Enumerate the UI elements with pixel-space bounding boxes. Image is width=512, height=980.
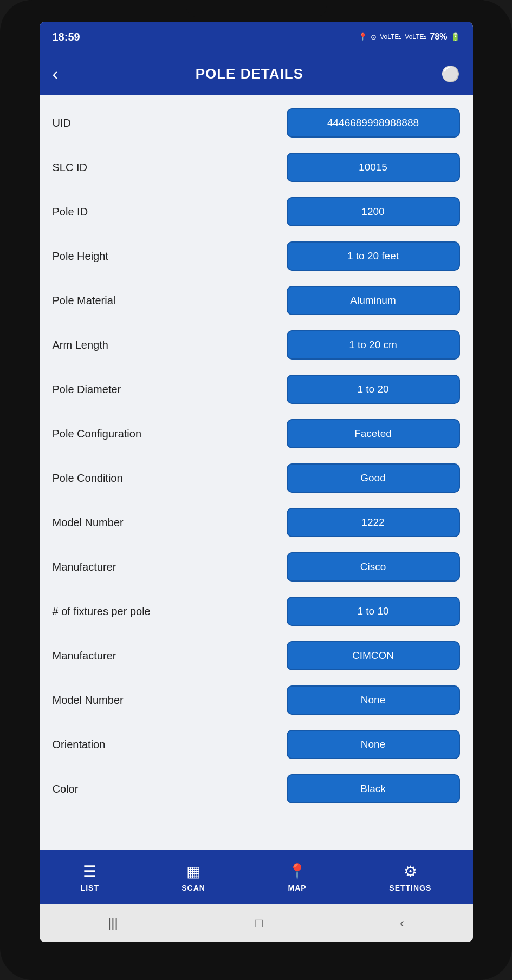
field-label-7: Pole Configuration [53,428,287,440]
field-label-11: # of fixtures per pole [53,605,287,618]
phone-top-bar [0,0,512,22]
status-bar: 18:59 📍 ⊙ VoLTE₁ VoLTE₂ 78% 🔋 [40,22,473,52]
field-value-9[interactable]: 1222 [287,508,460,537]
field-value-10[interactable]: Cisco [287,552,460,582]
search-icon[interactable]: ⚪ [441,65,460,83]
nav-item-scan[interactable]: ▦SCAN [182,863,205,892]
form-row: Model NumberNone [40,678,473,722]
field-value-0[interactable]: 4446689998988888 [287,108,460,138]
field-value-6[interactable]: 1 to 20 [287,375,460,404]
field-value-15[interactable]: Black [287,774,460,803]
field-label-15: Color [53,783,287,795]
field-label-12: Manufacturer [53,650,287,662]
location-icon: 📍 [358,32,367,41]
form-row: Model Number1222 [40,500,473,545]
form-row: Pole Diameter1 to 20 [40,367,473,411]
form-row: SLC ID10015 [40,145,473,190]
scan-icon: ▦ [186,863,200,880]
field-value-1[interactable]: 10015 [287,153,460,182]
form-row: Pole ConfigurationFaceted [40,411,473,456]
back-nav-button[interactable]: ‹ [400,916,404,931]
field-label-2: Pole ID [53,206,287,218]
back-button[interactable]: ‹ [53,64,59,84]
map-icon: 📍 [288,863,307,880]
nav-item-settings[interactable]: ⚙SETTINGS [389,863,431,892]
status-time: 18:59 [53,31,80,43]
scan-label: SCAN [182,884,205,892]
list-icon: ☰ [83,863,96,880]
phone-notch [186,5,327,17]
form-row: Arm Length1 to 20 cm [40,323,473,367]
form-row: Pole ConditionGood [40,456,473,500]
field-value-13[interactable]: None [287,685,460,715]
android-nav: ||| □ ‹ [40,904,473,942]
screen: 18:59 📍 ⊙ VoLTE₁ VoLTE₂ 78% 🔋 ‹ POLE DET… [40,22,473,942]
battery-pct: 78% [430,32,447,42]
form-row: Pole MaterialAluminum [40,278,473,323]
field-value-4[interactable]: Aluminum [287,286,460,315]
field-label-9: Model Number [53,517,287,529]
nav-item-list[interactable]: ☰LIST [81,863,99,892]
field-value-8[interactable]: Good [287,463,460,493]
field-value-7[interactable]: Faceted [287,419,460,448]
settings-icon: ⚙ [404,863,417,880]
list-label: LIST [81,884,99,892]
field-label-6: Pole Diameter [53,383,287,396]
form-row: UID4446689998988888 [40,101,473,145]
bottom-nav: ☰LIST▦SCAN📍MAP⚙SETTINGS [40,850,473,904]
form-row: ManufacturerCIMCON [40,633,473,678]
form-row: # of fixtures per pole1 to 10 [40,589,473,633]
wifi-icon: ⊙ [371,33,377,41]
recent-apps-button[interactable]: ||| [108,916,118,931]
signal-lte1: VoLTE₁ [380,33,401,41]
page-title: POLE DETAILS [196,66,303,82]
battery-icon: 🔋 [451,32,460,41]
form-row: ManufacturerCisco [40,545,473,589]
field-value-12[interactable]: CIMCON [287,641,460,670]
nav-item-map[interactable]: 📍MAP [288,863,307,892]
header: ‹ POLE DETAILS ⚪ [40,52,473,95]
field-value-2[interactable]: 1200 [287,197,460,226]
field-label-10: Manufacturer [53,561,287,573]
home-button[interactable]: □ [255,916,263,931]
field-label-14: Orientation [53,739,287,751]
field-label-5: Arm Length [53,339,287,351]
map-label: MAP [288,884,307,892]
signal-lte2: VoLTE₂ [405,33,426,41]
field-value-3[interactable]: 1 to 20 feet [287,241,460,271]
field-label-4: Pole Material [53,295,287,307]
field-label-1: SLC ID [53,161,287,174]
field-value-14[interactable]: None [287,730,460,759]
form-row: Pole ID1200 [40,190,473,234]
field-label-13: Model Number [53,694,287,707]
form-row: OrientationNone [40,722,473,767]
content-area: UID4446689998988888SLC ID10015Pole ID120… [40,95,473,850]
phone-frame: 18:59 📍 ⊙ VoLTE₁ VoLTE₂ 78% 🔋 ‹ POLE DET… [0,0,512,980]
field-value-5[interactable]: 1 to 20 cm [287,330,460,360]
status-icons: 📍 ⊙ VoLTE₁ VoLTE₂ 78% 🔋 [358,32,459,42]
field-label-8: Pole Condition [53,472,287,485]
field-label-0: UID [53,117,287,129]
form-row: Pole Height1 to 20 feet [40,234,473,278]
form-row: ColorBlack [40,767,473,811]
field-label-3: Pole Height [53,250,287,263]
field-value-11[interactable]: 1 to 10 [287,597,460,626]
settings-label: SETTINGS [389,884,431,892]
